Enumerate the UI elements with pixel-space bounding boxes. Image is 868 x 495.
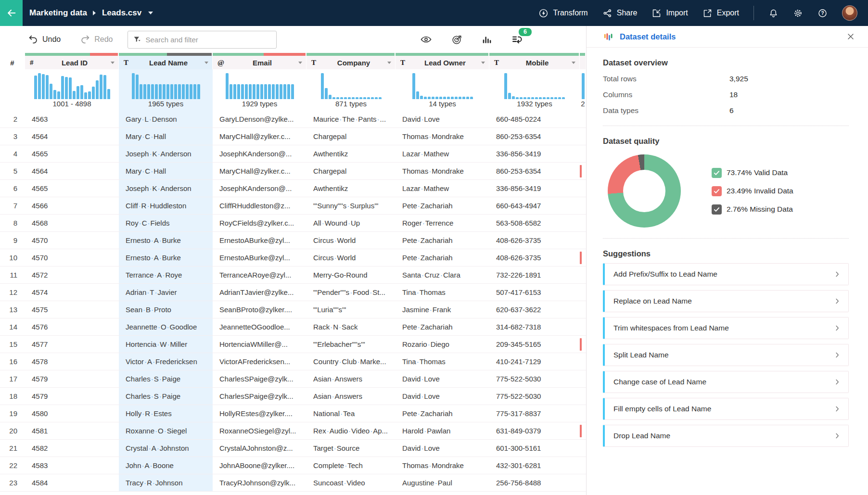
cell-lead-id[interactable]: 4564: [25, 163, 119, 179]
cell-lead-id[interactable]: 4568: [25, 215, 119, 231]
cell-company[interactable]: Asian·Answers: [306, 388, 396, 405]
cell-mobile[interactable]: 209-345-5165: [489, 336, 580, 353]
cell-mobile[interactable]: 860-253-6354: [489, 163, 580, 179]
cell-company[interactable]: National·Tea: [306, 405, 396, 422]
cell-company[interactable]: Target·Source: [306, 440, 396, 457]
cell-lead-owner[interactable]: David·Love: [396, 111, 489, 127]
cell-email[interactable]: RoxanneOSiegel@zyl...: [213, 422, 306, 439]
suggestion-card[interactable]: Split Lead Name: [603, 344, 849, 366]
redo-button[interactable]: Redo: [80, 34, 113, 45]
cell-lead-owner[interactable]: David·Love: [396, 370, 489, 387]
cell-lead-id[interactable]: 4578: [25, 353, 119, 370]
transform-button[interactable]: Transform: [538, 8, 587, 18]
cell-lead-name[interactable]: Ernesto·A·Burke: [119, 232, 213, 249]
cell-company[interactable]: Suncoast·Video: [306, 474, 396, 491]
close-panel-button[interactable]: [846, 32, 855, 41]
suggestion-card[interactable]: Trim whitespaces from Lead Name: [603, 317, 849, 339]
cell-mobile[interactable]: 256-756-8488: [489, 474, 580, 491]
cell-lead-owner[interactable]: Thomas·Mondrake: [396, 457, 489, 474]
cell-email[interactable]: CharlesSPaige@zylk...: [213, 388, 306, 405]
cell-mobile[interactable]: 775-522-5030: [489, 370, 580, 387]
cell-lead-name[interactable]: Cliff·R·Huddleston: [119, 197, 213, 214]
cell-lead-id[interactable]: 4576: [25, 318, 119, 335]
cell-company[interactable]: "'Luria"''s'": [306, 301, 396, 318]
column-header-lead-id[interactable]: #Lead ID: [25, 56, 118, 69]
cell-mobile[interactable]: 336-856-3419: [489, 145, 580, 162]
cell-company[interactable]: Country·Club·Marke...: [306, 353, 396, 370]
cell-email[interactable]: MaryCHall@zylker.c...: [213, 128, 306, 145]
cell-lead-owner[interactable]: Augustine·Paul: [396, 474, 489, 491]
cell-email[interactable]: CrystalAJohnston@z...: [213, 440, 306, 457]
cell-lead-name[interactable]: Adrian·T·Javier: [119, 284, 213, 301]
cell-company[interactable]: Merry-Go-Round: [306, 267, 396, 283]
cell-company[interactable]: All·Wound·Up: [306, 215, 396, 231]
suggestion-card[interactable]: Replace on Lead Name: [603, 290, 849, 312]
suggestion-card[interactable]: Change case of Lead Name: [603, 371, 849, 393]
cell-lead-owner[interactable]: Rozario·Diego: [396, 336, 489, 353]
cell-company[interactable]: Maurice·The·Pants·...: [306, 111, 396, 127]
cell-lead-id[interactable]: 4580: [25, 405, 119, 422]
column-menu-caret-icon[interactable]: [387, 62, 391, 64]
cell-lead-id[interactable]: 4582: [25, 440, 119, 457]
cell-lead-owner[interactable]: Pete·Zachariah: [396, 405, 489, 422]
cell-mobile[interactable]: 860-253-6354: [489, 128, 580, 145]
column-menu-caret-icon[interactable]: [204, 62, 208, 64]
cell-lead-name[interactable]: Gary·L·Denson: [119, 111, 213, 127]
cell-lead-owner[interactable]: Pete·Zachariah: [396, 197, 489, 214]
export-button[interactable]: Export: [702, 8, 739, 18]
cell-email[interactable]: TracyRJohnson@zylk...: [213, 474, 306, 491]
cell-lead-id[interactable]: 4570: [25, 232, 119, 249]
column-header-rownum[interactable]: #: [0, 56, 25, 69]
cell-lead-owner[interactable]: David·Love: [396, 440, 489, 457]
cell-lead-name[interactable]: Holly·R·Estes: [119, 405, 213, 422]
cell-mobile[interactable]: 660-643-4947: [489, 197, 580, 214]
cell-email[interactable]: JohnABoone@zylker....: [213, 457, 306, 474]
cell-email[interactable]: CharlesSPaige@zylk...: [213, 370, 306, 387]
cell-mobile[interactable]: 660-485-0224: [489, 111, 580, 127]
cell-lead-owner[interactable]: Pete·Zachariah: [396, 232, 489, 249]
cell-company[interactable]: Awthentikz: [306, 145, 396, 162]
cell-lead-name[interactable]: John·A·Boone: [119, 457, 213, 474]
cell-lead-name[interactable]: Terrance·A·Roye: [119, 267, 213, 283]
file-menu-caret-icon[interactable]: [148, 12, 153, 14]
cell-lead-id[interactable]: 4584: [25, 474, 119, 491]
cell-company[interactable]: Chargepal: [306, 163, 396, 179]
cell-lead-owner[interactable]: Lazar·Mathew: [396, 145, 489, 162]
cell-email[interactable]: ErnestoABurke@zyl...: [213, 232, 306, 249]
cell-mobile[interactable]: 563-508-6582: [489, 215, 580, 231]
cell-email[interactable]: ErnestoABurke@zyl...: [213, 249, 306, 266]
cell-lead-name[interactable]: Tracy·R·Johnson: [119, 474, 213, 491]
preview-toggle-button[interactable]: [420, 34, 433, 45]
cell-lead-id[interactable]: 4579: [25, 388, 119, 405]
cell-lead-owner[interactable]: Roger·Terrence: [396, 215, 489, 231]
cell-lead-owner[interactable]: Tina·Thomas: [396, 284, 489, 301]
cell-lead-id[interactable]: 4577: [25, 336, 119, 353]
applied-steps-button[interactable]: 6: [511, 34, 523, 46]
cell-company[interactable]: "'Erlebacher"''s'": [306, 336, 396, 353]
cell-email[interactable]: VictorAFredericksen...: [213, 353, 306, 370]
settings-button[interactable]: [793, 8, 803, 18]
cell-lead-owner[interactable]: Lazar·Mathew: [396, 180, 489, 197]
column-menu-caret-icon[interactable]: [572, 62, 575, 64]
cell-mobile[interactable]: 732-226-1891: [489, 267, 580, 283]
cell-mobile[interactable]: 620-637-3622: [489, 301, 580, 318]
cell-lead-owner[interactable]: Harold·Pawlan: [396, 422, 489, 439]
cell-lead-owner[interactable]: Jasmine·Frank: [396, 301, 489, 318]
column-header-lead-name[interactable]: TLead Name: [119, 56, 212, 69]
cell-company[interactable]: Awthentikz: [306, 180, 396, 197]
cell-lead-owner[interactable]: Thomas·Mondrake: [396, 128, 489, 145]
column-menu-caret-icon[interactable]: [298, 62, 302, 64]
cell-lead-name[interactable]: Crystal·A·Johnston: [119, 440, 213, 457]
cell-lead-name[interactable]: Roxanne·O·Siegel: [119, 422, 213, 439]
cell-lead-owner[interactable]: Pete·Zachariah: [396, 249, 489, 266]
cell-lead-id[interactable]: 4570: [25, 249, 119, 266]
cell-lead-id[interactable]: 4565: [25, 180, 119, 197]
cell-lead-name[interactable]: Joseph·K·Anderson: [119, 145, 213, 162]
cell-lead-id[interactable]: 4566: [25, 197, 119, 214]
cell-lead-id[interactable]: 4579: [25, 370, 119, 387]
legend-checkbox[interactable]: [712, 186, 722, 196]
cell-email[interactable]: AdrianTJavier@zylke...: [213, 284, 306, 301]
cell-company[interactable]: "'Pender"''s·Food·St...: [306, 284, 396, 301]
cell-mobile[interactable]: 408-626-3735: [489, 232, 580, 249]
cell-email[interactable]: HollyREstes@zylker....: [213, 405, 306, 422]
